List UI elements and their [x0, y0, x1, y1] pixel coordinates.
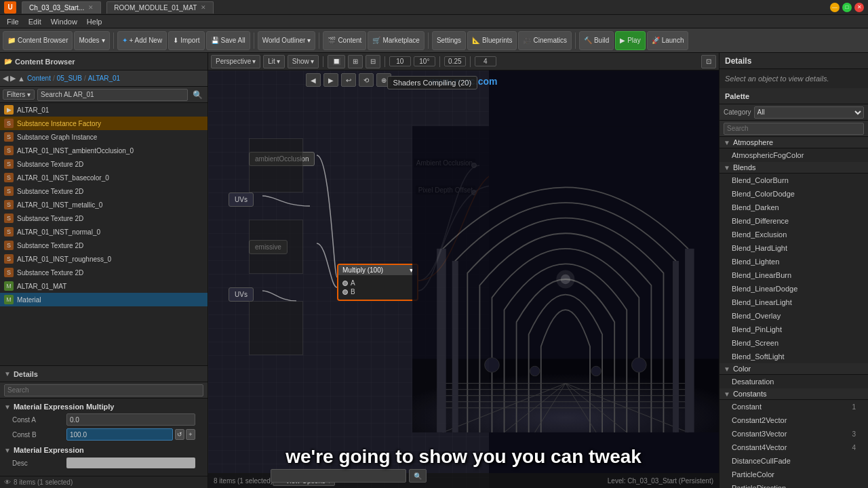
palette-item[interactable]: Blend_SoftLight	[719, 350, 868, 363]
palette-item[interactable]: ParticleDirection	[719, 481, 868, 488]
palette-group-atmosphere-header[interactable]: ▼ Atmosphere	[719, 137, 868, 148]
const-b-reset[interactable]: ↺	[175, 429, 184, 440]
search-input[interactable]	[37, 89, 188, 101]
list-item[interactable]: S Substance Graph Instance	[0, 130, 208, 144]
palette-item[interactable]: Desaturation	[719, 375, 868, 388]
node-btn-2[interactable]: ▶	[323, 73, 338, 87]
palette-item[interactable]: Blend_Difference	[719, 214, 868, 228]
blueprints-btn[interactable]: 📐 Blueprints	[467, 31, 517, 50]
world-outliner-btn[interactable]: World Outliner ▾	[258, 31, 316, 50]
palette-item[interactable]: Constant4Vector4	[719, 441, 868, 454]
nav-back[interactable]: ◀	[3, 74, 8, 83]
desc-bar[interactable]	[66, 458, 195, 468]
save-all-btn[interactable]: 💾 Save All	[206, 31, 250, 50]
vp-num-2[interactable]: 10°	[414, 56, 435, 66]
node-search-btn[interactable]: 🔍	[409, 469, 427, 483]
detail-group-header[interactable]: ▼ Material Expression Multiply	[4, 401, 203, 412]
add-new-btn[interactable]: ✦ + Add New	[117, 31, 167, 50]
list-item[interactable]: S Substance Instance Factory	[0, 117, 208, 130]
palette-item[interactable]: Blend_ColorBurn	[719, 174, 868, 187]
list-item[interactable]: M Material	[0, 293, 208, 306]
multiply-node[interactable]: Multiply (100) ▾ A B	[337, 264, 418, 301]
palette-search-input[interactable]	[724, 123, 864, 135]
details-search-input[interactable]	[4, 384, 203, 396]
palette-item[interactable]: Blend_Exclusion	[719, 228, 868, 241]
build-btn[interactable]: 🔨 Build	[579, 31, 614, 50]
const-b-input[interactable]	[70, 431, 170, 439]
launch-btn[interactable]: 🚀 Launch	[647, 31, 689, 50]
tab-1-close[interactable]: ✕	[88, 4, 94, 11]
palette-item[interactable]: Blend_Overlay	[719, 309, 868, 323]
modes-btn[interactable]: Modes ▾	[74, 31, 109, 50]
list-item[interactable]: M ALTAR_01_MAT	[0, 279, 208, 293]
vp-icon-btn-1[interactable]: 🔲	[328, 55, 345, 68]
close-button[interactable]: ✕	[854, 3, 864, 12]
viewport[interactable]: www.rr-sc.com Shaders Compiling (20) ◀	[208, 70, 719, 488]
palette-item[interactable]: Blend_LinearDodge	[719, 282, 868, 296]
perspective-btn[interactable]: Perspective ▾	[211, 55, 260, 68]
list-item[interactable]: S ALTAR_01_INST_basecolor_0	[0, 171, 208, 184]
list-item[interactable]: S ALTAR_01_INST_metallic_0	[0, 198, 208, 211]
import-btn[interactable]: ⬇ Import	[168, 31, 204, 50]
path-altar[interactable]: ALTAR_01	[88, 75, 120, 82]
marketplace-btn[interactable]: 🛒 Marketplace	[368, 31, 424, 50]
palette-item[interactable]: Blend_Darken	[719, 201, 868, 214]
list-item[interactable]: S Substance Texture 2D	[0, 211, 208, 225]
nav-up[interactable]: ▲	[18, 75, 25, 83]
list-item[interactable]: S Substance Texture 2D	[0, 184, 208, 198]
menu-edit[interactable]: Edit	[24, 17, 45, 26]
play-btn[interactable]: ▶ Play	[615, 31, 645, 50]
vp-num-4[interactable]: 4	[475, 56, 496, 66]
maximize-button[interactable]: □	[842, 3, 852, 12]
palette-item[interactable]: Constant2Vector	[719, 413, 868, 427]
minimize-button[interactable]: —	[830, 3, 840, 12]
path-content[interactable]: Content	[27, 75, 51, 82]
palette-item[interactable]: DistanceCullFade	[719, 454, 868, 468]
list-item[interactable]: S ALTAR_01_INST_roughness_0	[0, 252, 208, 266]
const-b-value[interactable]	[66, 428, 173, 441]
filters-btn[interactable]: Filters ▾	[3, 89, 35, 100]
palette-group-color-header[interactable]: ▼ Color	[719, 363, 868, 375]
const-b-expand[interactable]: +	[186, 429, 195, 440]
lit-btn[interactable]: Lit ▾	[263, 55, 285, 68]
list-item[interactable]: S Substance Texture 2D	[0, 239, 208, 252]
list-item[interactable]: S Substance Texture 2D	[0, 157, 208, 171]
node-btn-1[interactable]: ◀	[306, 73, 321, 87]
modes-settings-btn[interactable]: Settings	[432, 31, 466, 50]
palette-item[interactable]: Blend_PinLight	[719, 323, 868, 336]
category-select[interactable]: All	[754, 106, 864, 119]
palette-item[interactable]: Constant3Vector3	[719, 427, 868, 441]
palette-group-blends-header[interactable]: ▼ Blends	[719, 162, 868, 174]
menu-file[interactable]: File	[3, 17, 23, 26]
list-item[interactable]: ▶ ALTAR_01	[0, 103, 208, 117]
menu-help[interactable]: Help	[83, 17, 106, 26]
palette-group-constants-header[interactable]: ▼ Constants	[719, 388, 868, 400]
node-search-input[interactable]	[271, 469, 406, 483]
show-btn[interactable]: Show ▾	[288, 55, 319, 68]
tab-2-close[interactable]: ✕	[201, 4, 206, 11]
details-header[interactable]: ▼ Details	[0, 366, 208, 382]
nav-forward[interactable]: ▶	[10, 74, 16, 83]
palette-item[interactable]: Blend_LinearBurn	[719, 268, 868, 282]
path-sub[interactable]: 05_SUB	[57, 75, 82, 82]
list-item[interactable]: S ALTAR_01_INST_normal_0	[0, 225, 208, 239]
palette-item[interactable]: Constant1	[719, 400, 868, 413]
tab-2[interactable]: ROOM_MODULE_01_MAT ✕	[106, 1, 214, 14]
node-btn-4[interactable]: ⟲	[359, 73, 374, 87]
content-btn[interactable]: 🎬 Content	[323, 31, 366, 50]
search-btn[interactable]: 🔍	[191, 89, 205, 100]
list-item[interactable]: S ALTAR_01_INST_ambientOcclusion_0	[0, 144, 208, 157]
palette-item[interactable]: Blend_Screen	[719, 336, 868, 350]
vp-num-1[interactable]: 10	[389, 56, 411, 66]
palette-item[interactable]: Blend_HardLight	[719, 241, 868, 255]
node-btn-3[interactable]: ↩	[341, 73, 356, 87]
tab-1[interactable]: Ch_03_03_Start... ✕	[22, 1, 101, 14]
content-browser-btn[interactable]: 📁 Content Browser	[3, 31, 73, 50]
vp-maximize-btn[interactable]: ⊡	[701, 55, 716, 68]
detail-group-header-2[interactable]: ▼ Material Expression	[4, 445, 203, 455]
menu-window[interactable]: Window	[47, 17, 81, 26]
palette-item[interactable]: Blend_LinearLight	[719, 296, 868, 309]
list-item[interactable]: S Substance Texture 2D	[0, 266, 208, 279]
vp-icon-btn-2[interactable]: ⊞	[348, 55, 363, 68]
palette-item[interactable]: Blend_ColorDodge	[719, 187, 868, 201]
